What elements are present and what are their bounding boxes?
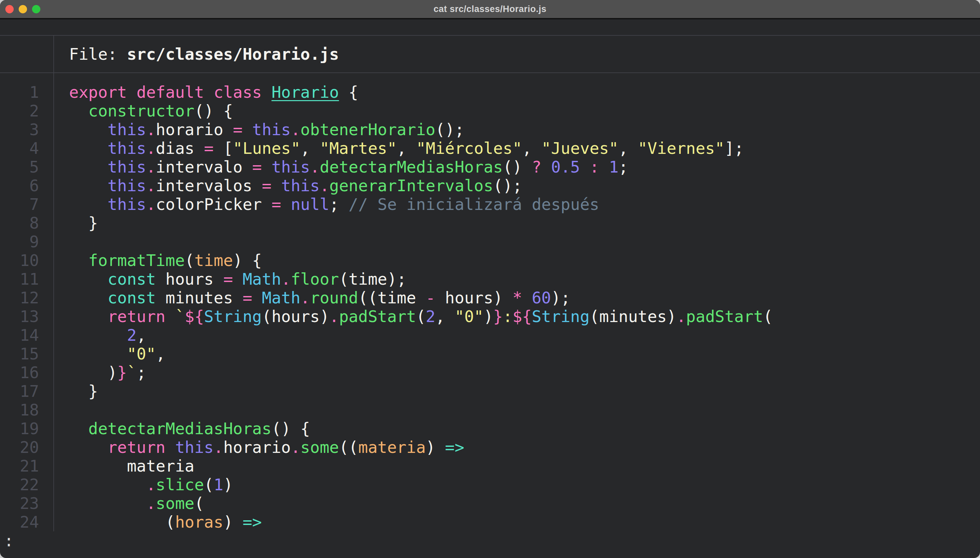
code-line: 7 this.colorPicker = null; // Se inicial…: [0, 195, 980, 213]
code-token: this: [281, 176, 320, 195]
file-header: File: src/classes/Horario.js: [54, 45, 339, 63]
code-token: (time);: [339, 270, 406, 288]
code-token: formatTime: [88, 251, 185, 270]
code-token: [165, 438, 175, 456]
code-token: [69, 158, 108, 176]
code-token: ${: [512, 307, 532, 326]
code-token: ): [69, 363, 118, 382]
code-token: .: [310, 158, 319, 176]
code-line: 9: [0, 232, 980, 251]
code-line: 4 this.dias = ["Lunes", "Martes", "Miérc…: [0, 139, 980, 158]
code-line: 16 )}`;: [0, 363, 980, 382]
file-header-path: src/classes/Horario.js: [127, 45, 339, 63]
code-line: 20 return this.horario.some((materia) =>: [0, 438, 980, 456]
code-line-text: const minutes = Math.round((time - hours…: [54, 288, 570, 307]
code-line-text: this.intervalos = this.generarIntervalos…: [54, 176, 522, 195]
code-line: 3 this.horario = this.obtenerHorario();: [0, 120, 980, 139]
code-token: 2: [127, 326, 136, 345]
code-token: null: [291, 195, 330, 213]
code-token: [262, 158, 272, 176]
close-button[interactable]: [5, 5, 14, 13]
line-number: 13: [0, 307, 54, 326]
code-line-text: .some(: [54, 494, 204, 513]
code-token: (: [69, 513, 175, 531]
pager-prompt[interactable]: :: [0, 531, 980, 550]
code-token: =: [242, 288, 252, 307]
code-token: some: [301, 438, 339, 456]
file-header-label: File:: [69, 45, 127, 63]
code-token: .: [676, 307, 686, 326]
code-token: minutes: [156, 288, 242, 307]
code-line-text: [54, 232, 69, 251]
line-number: 23: [0, 494, 54, 513]
window-titlebar[interactable]: cat src/classes/Horario.js: [0, 0, 980, 20]
code-token: this: [108, 139, 146, 158]
line-number: 5: [0, 158, 54, 176]
code-token: materia: [358, 438, 425, 456]
code-token: hours: [156, 270, 223, 288]
code-token: "Jueves": [542, 139, 618, 158]
code-token: [69, 176, 108, 195]
code-line-text: formatTime(time) {: [54, 251, 262, 270]
code-line: 18: [0, 400, 980, 419]
code-token: intervalos: [156, 176, 262, 195]
code-line: 24 (horas) =>: [0, 513, 980, 531]
code-token: (): [503, 158, 532, 176]
line-number: 20: [0, 438, 54, 456]
code-token: () {: [272, 419, 310, 438]
code-token: [69, 102, 88, 120]
code-line: 19 detectarMediasHoras() {: [0, 419, 980, 438]
code-line-text: materia: [54, 456, 195, 475]
line-number: 11: [0, 270, 54, 288]
zoom-button[interactable]: [32, 5, 40, 13]
code-line-text: return this.horario.some((materia) =>: [54, 438, 464, 456]
code-token: ,: [618, 139, 638, 158]
code-token: 1: [609, 158, 618, 176]
code-line: 2 constructor() {: [0, 102, 980, 120]
code-token: (minutes): [590, 307, 676, 326]
code-token: [69, 326, 127, 345]
code-token: "Viernes": [638, 139, 725, 158]
code-token: slice: [156, 475, 204, 494]
code-token: .: [281, 270, 291, 288]
terminal-content[interactable]: File: src/classes/Horario.js 1export def…: [0, 20, 980, 558]
code-token: (: [195, 494, 204, 513]
code-token: =: [223, 270, 233, 288]
code-token: this: [272, 158, 310, 176]
code-token: -: [425, 288, 435, 307]
code-token: }: [69, 213, 98, 232]
code-token: :: [503, 307, 513, 326]
code-token: intervalo: [156, 158, 252, 176]
code-token: [204, 83, 214, 102]
code-token: ,: [397, 139, 416, 158]
code-token: time: [195, 251, 233, 270]
line-number: 9: [0, 232, 54, 251]
code-token: .: [329, 307, 339, 326]
minimize-button[interactable]: [19, 5, 27, 13]
code-token: ;: [329, 195, 348, 213]
code-line-text: constructor() {: [54, 102, 233, 120]
code-line: 10 formatTime(time) {: [0, 251, 980, 270]
code-token: [252, 288, 262, 307]
code-token: Math: [242, 270, 281, 288]
code-token: // Se inicializará después: [348, 195, 599, 213]
code-token: .: [146, 139, 156, 158]
code-token: "0": [127, 345, 156, 363]
code-token: ): [223, 475, 233, 494]
code-token: padStart: [686, 307, 763, 326]
code-token: =: [252, 158, 262, 176]
code-token: [69, 494, 146, 513]
code-token: ?: [532, 158, 542, 176]
code-token: }: [493, 307, 503, 326]
code-token: const: [108, 270, 156, 288]
line-number: 3: [0, 120, 54, 139]
code-token: Math: [262, 288, 301, 307]
code-token: =: [262, 176, 272, 195]
code-token: Horario: [272, 83, 339, 102]
line-number: 19: [0, 419, 54, 438]
code-token: =>: [445, 438, 464, 456]
code-token: class: [214, 83, 262, 102]
code-line: 11 const hours = Math.floor(time);: [0, 270, 980, 288]
code-token: [69, 195, 108, 213]
code-token: .: [146, 475, 156, 494]
